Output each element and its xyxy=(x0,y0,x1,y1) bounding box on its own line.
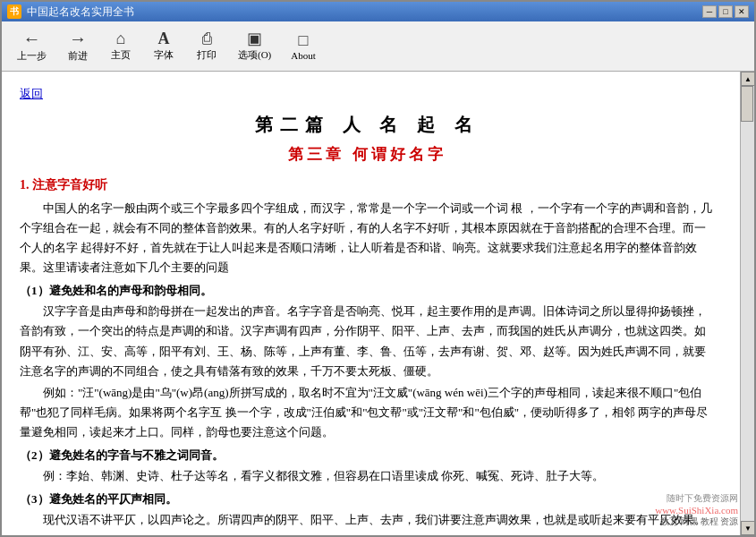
content-area: 返回 第二篇 人 名 起 名 第三章 何谓好名字 1. 注意字音好听 中国人的名… xyxy=(2,72,754,535)
scrollbar-track[interactable] xyxy=(741,86,754,521)
chapter-sub-title: 第三章 何谓好名字 xyxy=(20,144,715,165)
options-button[interactable]: ▣ 选项(O) xyxy=(230,27,279,65)
forward-label: 前进 xyxy=(68,49,88,63)
window-title: 中国起名改名实用全书 xyxy=(27,4,702,20)
maximize-button[interactable]: □ xyxy=(718,5,733,18)
font-icon: A xyxy=(158,30,170,47)
sub2-paragraph1: 例：李始、韩渊、史诗、杜子达等名，看字义都很文雅，但容易在口语里读成 你死、喊冤… xyxy=(20,466,715,486)
main-content[interactable]: 返回 第二篇 人 名 起 名 第三章 何谓好名字 1. 注意字音好听 中国人的名… xyxy=(2,72,740,535)
forward-button[interactable]: → 前进 xyxy=(58,26,98,66)
print-label: 打印 xyxy=(197,48,217,62)
home-button[interactable]: ⌂ 主页 xyxy=(101,27,140,65)
about-button[interactable]: □ About xyxy=(283,29,324,64)
options-icon: ▣ xyxy=(247,30,262,47)
section1-paragraph1: 中国人的名字一般由两个或三个字最多四个字组成，而汉字，常常是一个字一个词或一个词… xyxy=(20,199,715,277)
back-icon: ← xyxy=(23,30,41,47)
sub1-paragraph2: 例如："汪"(wāng)是由"乌"(w)昂(ang)所拼写成的，取名时不宜为"汪… xyxy=(20,383,715,442)
font-button[interactable]: A 字体 xyxy=(144,27,183,65)
back-label: 上一步 xyxy=(17,49,47,63)
home-icon: ⌂ xyxy=(116,30,126,47)
back-link[interactable]: 返回 xyxy=(20,86,43,102)
toolbar: ← 上一步 → 前进 ⌂ 主页 A 字体 ⎙ 打印 ▣ 选项(O) □ Abou… xyxy=(2,21,754,72)
print-button[interactable]: ⎙ 打印 xyxy=(187,27,226,65)
sub3-paragraph1: 现代汉语不讲平仄，以四声论之。所谓四声的阴平、阳平、上声、去声，我们讲要注意声调… xyxy=(20,510,715,530)
sub1-paragraph1: 汉字字音是由声母和韵母拼在一起发出的声音。名字字音是否响亮、悦耳，起主要作用的是… xyxy=(20,302,715,380)
sub2-heading: （2）避免姓名的字音与不雅之词同音。 xyxy=(20,448,715,464)
scrollbar-right[interactable]: ▲ ▼ xyxy=(740,72,754,535)
scrollbar-thumb[interactable] xyxy=(741,86,753,122)
font-label: 字体 xyxy=(154,48,174,62)
options-label: 选项(O) xyxy=(238,48,271,62)
scroll-up-button[interactable]: ▲ xyxy=(741,72,754,86)
forward-icon: → xyxy=(69,30,87,47)
app-icon: 书 xyxy=(7,4,21,19)
title-bar: 书 中国起名改名实用全书 ─ □ ✕ xyxy=(2,2,754,21)
window-controls: ─ □ ✕ xyxy=(702,5,749,18)
close-button[interactable]: ✕ xyxy=(735,5,749,18)
minimize-button[interactable]: ─ xyxy=(702,5,717,18)
sub3-heading: （3）避免姓名的平仄声相同。 xyxy=(20,491,715,507)
back-button[interactable]: ← 上一步 xyxy=(9,26,55,66)
scroll-down-button[interactable]: ▼ xyxy=(741,521,754,535)
about-icon: □ xyxy=(299,32,309,48)
home-label: 主页 xyxy=(111,48,131,62)
sub1-heading: （1）避免姓和名的声母和韵母相同。 xyxy=(20,283,715,299)
section1-heading: 1. 注意字音好听 xyxy=(20,177,715,193)
chapter-main-title: 第二篇 人 名 起 名 xyxy=(20,113,715,137)
main-window: 书 中国起名改名实用全书 ─ □ ✕ ← 上一步 → 前进 ⌂ 主页 A 字体 … xyxy=(0,0,756,537)
about-label: About xyxy=(291,50,316,61)
print-icon: ⎙ xyxy=(202,30,212,47)
